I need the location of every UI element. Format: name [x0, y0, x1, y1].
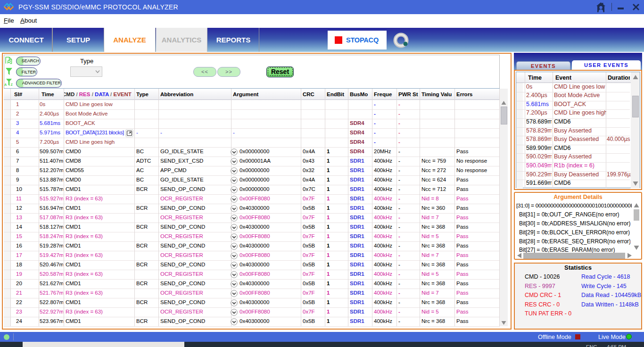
svg-text:Z: Z: [11, 83, 13, 87]
svg-text:A: A: [4, 83, 7, 87]
